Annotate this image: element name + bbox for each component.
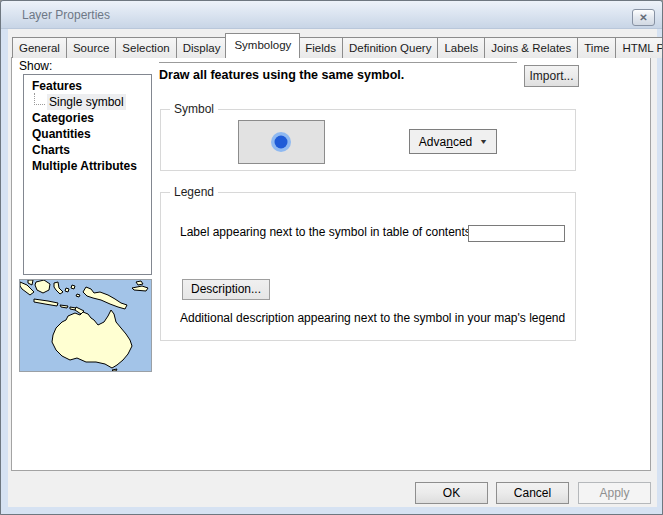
cancel-button[interactable]: Cancel bbox=[496, 482, 569, 504]
tab-selection[interactable]: Selection bbox=[115, 37, 176, 58]
window-title: Layer Properties bbox=[22, 8, 110, 22]
close-button[interactable]: ✕ bbox=[632, 9, 655, 26]
tab-html-popup[interactable]: HTML Popup bbox=[615, 37, 663, 58]
import-button[interactable]: Import... bbox=[524, 65, 579, 87]
tab-strip: General Source Selection Display Symbolo… bbox=[12, 33, 663, 58]
symbol-preview-button[interactable] bbox=[238, 120, 325, 164]
tab-source[interactable]: Source bbox=[66, 37, 116, 58]
symbol-group-title: Symbol bbox=[170, 102, 218, 116]
tab-general[interactable]: General bbox=[12, 37, 67, 58]
draw-method-title: Draw all features using the same symbol. bbox=[159, 68, 404, 82]
ok-button[interactable]: OK bbox=[415, 482, 488, 504]
description-button[interactable]: Description... bbox=[182, 279, 270, 300]
advanced-button[interactable]: Advanced ▼ bbox=[409, 129, 497, 154]
tab-labels[interactable]: Labels bbox=[437, 37, 485, 58]
advanced-button-label: Advanced bbox=[419, 135, 472, 149]
map-preview-image bbox=[20, 280, 151, 371]
close-icon: ✕ bbox=[639, 12, 647, 23]
draw-method-header: Draw all features using the same symbol. bbox=[159, 62, 517, 88]
point-symbol-icon bbox=[239, 121, 324, 163]
show-label: Show: bbox=[19, 59, 52, 73]
dialog-client-area: General Source Selection Display Symbolo… bbox=[8, 29, 657, 507]
legend-group-title: Legend bbox=[170, 185, 218, 199]
layer-properties-dialog: Layer Properties ✕ General Source Select… bbox=[0, 0, 663, 515]
tree-item-categories[interactable]: Categories bbox=[24, 110, 151, 126]
tab-display[interactable]: Display bbox=[176, 37, 228, 58]
tree-item-single-symbol-label: Single symbol bbox=[47, 94, 126, 110]
show-tree: Features Single symbol Categories Quanti… bbox=[23, 74, 152, 275]
title-bar[interactable]: Layer Properties bbox=[1, 1, 662, 29]
tab-fields[interactable]: Fields bbox=[298, 37, 343, 58]
legend-label-input[interactable] bbox=[468, 225, 565, 242]
tree-item-quantities[interactable]: Quantities bbox=[24, 126, 151, 142]
legend-group: Legend Label appearing next to the symbo… bbox=[160, 192, 576, 341]
tab-time[interactable]: Time bbox=[577, 37, 616, 58]
tree-item-single-symbol[interactable]: Single symbol bbox=[24, 94, 151, 110]
additional-description-caption: Additional description appearing next to… bbox=[180, 311, 565, 325]
tab-definition-query[interactable]: Definition Query bbox=[342, 37, 438, 58]
apply-button[interactable]: Apply bbox=[578, 482, 651, 504]
tree-item-features[interactable]: Features bbox=[24, 78, 151, 94]
dropdown-arrow-icon: ▼ bbox=[479, 138, 488, 145]
map-preview bbox=[19, 279, 152, 372]
tab-symbology[interactable]: Symbology bbox=[225, 33, 300, 58]
tree-item-charts[interactable]: Charts bbox=[24, 142, 151, 158]
symbol-group: Symbol Advanced ▼ bbox=[160, 109, 576, 171]
label-caption: Label appearing next to the symbol in ta… bbox=[180, 225, 474, 239]
symbology-tab-page: Show: Features Single symbol Categories … bbox=[11, 57, 651, 471]
tree-item-multiple-attributes[interactable]: Multiple Attributes bbox=[24, 158, 151, 174]
tab-joins-relates[interactable]: Joins & Relates bbox=[484, 37, 578, 58]
tree-elbow-icon bbox=[34, 93, 45, 105]
